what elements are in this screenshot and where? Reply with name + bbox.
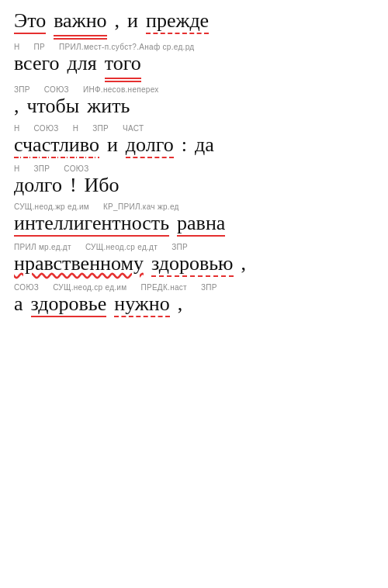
word-wrap-7-0: а bbox=[14, 292, 23, 316]
tag-3-2: Н bbox=[73, 124, 79, 133]
word-0-4: прежде bbox=[146, 9, 209, 34]
tag-3-0: Н bbox=[14, 124, 20, 133]
punct-3-3: : bbox=[182, 133, 187, 157]
tag-4-1: ЗПР bbox=[34, 164, 50, 173]
word-wrap-5-1: равна bbox=[177, 212, 225, 237]
word-wrap-6-1: здоровью bbox=[151, 252, 234, 277]
tag-7-1: СУЩ.неод.ср ед.им bbox=[53, 283, 126, 292]
word-wrap-5-0: интеллигентность bbox=[14, 212, 169, 237]
word-1-2: того bbox=[105, 52, 141, 79]
word-5-0: интеллигентность bbox=[14, 212, 169, 237]
words-row-6: нравственномуздоровью, bbox=[14, 252, 374, 277]
tag-6-1: СУЩ.неод.ср ед.дт bbox=[85, 243, 158, 251]
words-row-1: всегодлятого bbox=[14, 52, 374, 79]
word-wrap-0-3: и bbox=[127, 9, 138, 33]
words-row-0: Этоважно,ипрежде bbox=[14, 9, 374, 36]
tags-row-1: НПРПРИЛ.мест-п.субст?.Анаф ср.ед.рд bbox=[14, 43, 374, 51]
word-7-1: здоровье bbox=[31, 292, 107, 317]
word-2-1: чтобы bbox=[27, 95, 80, 118]
word-6-0: нравственному bbox=[14, 252, 144, 275]
word-3-0: счастливо bbox=[14, 133, 99, 158]
words-row-2: ,чтобыжить bbox=[14, 95, 374, 118]
word-3-1: и bbox=[107, 133, 118, 157]
tags-row-7: СОЮЗСУЩ.неод.ср ед.имПРЕДК.настЗПР bbox=[14, 283, 374, 292]
line-block-5: СУЩ.неод.жр ед.имКР_ПРИЛ.кач жр.единтелл… bbox=[14, 202, 374, 237]
word-wrap-3-1: и bbox=[107, 133, 118, 157]
word-6-1: здоровью bbox=[151, 252, 234, 277]
word-wrap-3-4: да bbox=[195, 133, 214, 157]
tag-4-2: СОЮЗ bbox=[64, 164, 88, 173]
word-wrap-1-0: всего bbox=[14, 52, 60, 75]
tag-7-0: СОЮЗ bbox=[14, 283, 39, 292]
word-wrap-7-2: нужно bbox=[114, 292, 169, 317]
tag-6-2: ЗПР bbox=[171, 243, 188, 251]
punct-4-1: ! bbox=[70, 174, 77, 197]
word-wrap-0-4: прежде bbox=[146, 9, 209, 34]
tag-3-3: ЗПР bbox=[92, 124, 109, 133]
tag-7-2: ПРЕДК.наст bbox=[140, 283, 187, 292]
word-wrap-3-2: долго bbox=[126, 133, 174, 158]
line-block-4: НЗПРСОЮЗдолго!Ибо bbox=[14, 164, 374, 197]
tag-7-3: ЗПР bbox=[201, 283, 217, 292]
line-block-0: Этоважно,ипрежде bbox=[14, 9, 374, 36]
tags-row-4: НЗПРСОЮЗ bbox=[14, 164, 374, 173]
tags-row-2: ЗПРСОЮЗИНФ.несов.неперех bbox=[14, 85, 374, 94]
tag-4-0: Н bbox=[14, 164, 20, 173]
word-wrap-0-1: важно bbox=[54, 9, 106, 36]
tag-1-0: Н bbox=[14, 43, 20, 51]
line-block-6: ПРИЛ мр.ед.дтСУЩ.неод.ср ед.дтЗПРнравств… bbox=[14, 243, 374, 277]
tag-2-0: ЗПР bbox=[14, 85, 30, 94]
tags-row-5: СУЩ.неод.жр ед.имКР_ПРИЛ.кач жр.ед bbox=[14, 202, 374, 211]
line-block-2: ЗПРСОЮЗИНФ.несов.неперех,чтобыжить bbox=[14, 85, 374, 118]
word-wrap-2-1: чтобы bbox=[27, 95, 80, 118]
punct-6-2: , bbox=[241, 252, 247, 275]
word-wrap-7-1: здоровье bbox=[31, 292, 107, 317]
word-wrap-1-1: для bbox=[68, 52, 97, 75]
word-wrap-2-2: жить bbox=[87, 95, 130, 118]
tag-2-1: СОЮЗ bbox=[44, 85, 69, 94]
word-0-0: Это bbox=[14, 9, 46, 34]
word-1-0: всего bbox=[14, 52, 60, 75]
word-wrap-4-2: Ибо bbox=[85, 174, 120, 197]
word-2-2: жить bbox=[87, 95, 130, 118]
line-block-7: СОЮЗСУЩ.неод.ср ед.имПРЕДК.настЗПРаздоро… bbox=[14, 283, 374, 317]
tag-3-4: ЧАСТ bbox=[123, 124, 144, 133]
words-row-3: счастливоидолго:да bbox=[14, 133, 374, 158]
line-block-1: НПРПРИЛ.мест-п.субст?.Анаф ср.ед.рдвсего… bbox=[14, 43, 374, 79]
tag-5-1: КР_ПРИЛ.кач жр.ед bbox=[103, 202, 179, 211]
word-3-2: долго bbox=[126, 133, 174, 158]
main-content: Этоважно,ипреждеНПРПРИЛ.мест-п.субст?.Ан… bbox=[14, 9, 374, 317]
word-wrap-0-0: Это bbox=[14, 9, 46, 34]
tag-3-1: СОЮЗ bbox=[34, 124, 59, 133]
word-wrap-3-0: счастливо bbox=[14, 133, 99, 158]
tag-2-2: ИНФ.несов.неперех bbox=[83, 85, 159, 94]
words-row-4: долго!Ибо bbox=[14, 174, 374, 197]
tag-1-2: ПРИЛ.мест-п.субст?.Анаф ср.ед.рд bbox=[59, 43, 194, 51]
word-1-1: для bbox=[68, 52, 97, 75]
words-row-7: аздоровьенужно, bbox=[14, 292, 374, 317]
word-5-1: равна bbox=[177, 212, 225, 237]
word-4-0: долго bbox=[14, 174, 62, 197]
word-wrap-1-2: того bbox=[105, 52, 141, 79]
word-3-4: да bbox=[195, 133, 214, 157]
tags-row-6: ПРИЛ мр.ед.дтСУЩ.неод.ср ед.дтЗПР bbox=[14, 243, 374, 251]
punct-2-0: , bbox=[14, 95, 19, 118]
word-7-2: нужно bbox=[114, 292, 169, 317]
word-0-3: и bbox=[127, 9, 138, 33]
tags-row-3: НСОЮЗНЗПРЧАСТ bbox=[14, 124, 374, 133]
word-0-1: важно bbox=[54, 9, 106, 36]
words-row-5: интеллигентностьравна bbox=[14, 212, 374, 237]
word-7-0: а bbox=[14, 292, 23, 316]
tag-6-0: ПРИЛ мр.ед.дт bbox=[14, 243, 71, 251]
word-4-2: Ибо bbox=[85, 174, 120, 197]
line-block-3: НСОЮЗНЗПРЧАСТсчастливоидолго:да bbox=[14, 124, 374, 158]
punct-0-2: , bbox=[115, 9, 120, 33]
tag-5-0: СУЩ.неод.жр ед.им bbox=[14, 202, 89, 211]
tag-1-1: ПР bbox=[34, 43, 45, 51]
word-wrap-4-0: долго bbox=[14, 174, 62, 197]
punct-7-3: , bbox=[178, 292, 183, 316]
word-wrap-6-0: нравственному bbox=[14, 252, 144, 275]
